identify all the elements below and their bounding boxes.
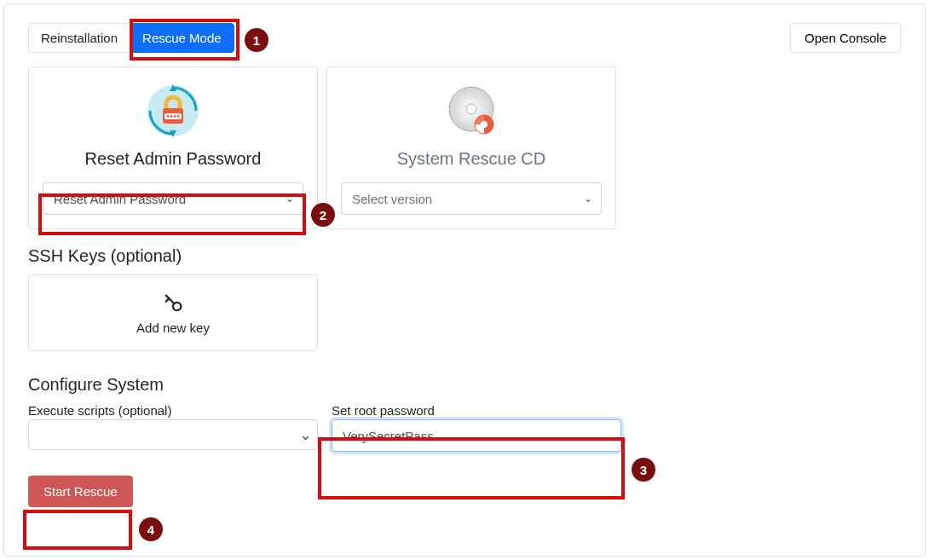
highlight-4 <box>23 510 132 550</box>
chevron-down-icon: ⌄ <box>584 193 592 205</box>
ssh-heading: SSH Keys (optional) <box>28 246 901 266</box>
execute-scripts-select[interactable]: ⌄ <box>28 419 318 450</box>
open-console-button[interactable]: Open Console <box>790 23 901 53</box>
card-rescue-cd[interactable]: System Rescue CD Select version ⌄ <box>326 66 616 229</box>
add-ssh-key-label: Add new key <box>136 320 210 335</box>
select-rescue-value: Select version <box>352 192 432 206</box>
card-reset-password[interactable]: Reset Admin Password Reset Admin Passwor… <box>28 66 318 229</box>
svg-point-12 <box>481 121 488 128</box>
configure-row: Execute scripts (optional) ⌄ Set root pa… <box>28 403 901 452</box>
select-rescue-version[interactable]: Select version ⌄ <box>341 182 602 215</box>
svg-point-6 <box>170 115 173 118</box>
select-reset-password[interactable]: Reset Admin Password ⌄ <box>43 182 303 215</box>
page-panel: Reinstallation Rescue Mode Open Console <box>3 3 926 557</box>
card-rescue-title: System Rescue CD <box>341 149 602 169</box>
card-reset-title: Reset Admin Password <box>43 149 303 169</box>
svg-point-5 <box>167 115 170 118</box>
tab-rescue-mode[interactable]: Rescue Mode <box>130 23 234 53</box>
start-rescue-button[interactable]: Start Rescue <box>28 476 133 507</box>
svg-point-10 <box>466 104 476 114</box>
add-ssh-key-button[interactable]: Add new key <box>28 274 318 351</box>
top-row: Reinstallation Rescue Mode Open Console <box>28 23 901 53</box>
rescue-cards: Reset Admin Password Reset Admin Passwor… <box>28 66 901 229</box>
root-password-col: Set root password <box>332 403 621 452</box>
root-password-label: Set root password <box>332 403 621 418</box>
chevron-down-icon: ⌄ <box>299 425 312 444</box>
execute-scripts-col: Execute scripts (optional) ⌄ <box>28 403 318 452</box>
svg-point-7 <box>174 115 176 118</box>
tab-reinstallation[interactable]: Reinstallation <box>28 23 130 53</box>
tabs: Reinstallation Rescue Mode <box>28 23 234 53</box>
svg-point-8 <box>177 115 180 118</box>
cd-icon <box>341 81 602 141</box>
lock-icon <box>43 81 303 141</box>
configure-heading: Configure System <box>28 375 901 395</box>
step-badge-4: 4 <box>139 517 163 541</box>
root-password-input[interactable] <box>332 419 621 452</box>
key-icon <box>161 292 185 315</box>
execute-scripts-label: Execute scripts (optional) <box>28 403 318 418</box>
step-badge-3: 3 <box>632 458 655 482</box>
chevron-down-icon: ⌄ <box>286 193 294 205</box>
select-reset-value: Reset Admin Password <box>54 192 186 206</box>
